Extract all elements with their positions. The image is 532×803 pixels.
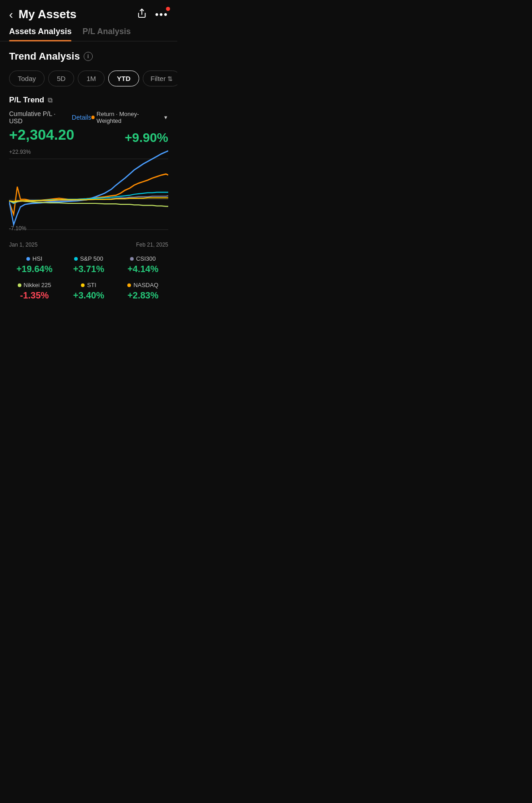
index-sti-name: STI: [63, 282, 114, 288]
index-sp500: S&P 500 +3.71%: [63, 255, 114, 274]
values-row: +2,304.20 +9.90%: [9, 126, 168, 145]
header-left: ‹ My Assets: [9, 7, 76, 21]
share-icon[interactable]: [137, 8, 147, 20]
pl-trend-label: P/L Trend: [9, 96, 44, 105]
tab-pl-analysis[interactable]: P/L Analysis: [82, 27, 130, 41]
orange-dot: [91, 116, 95, 119]
info-icon[interactable]: i: [84, 52, 93, 61]
trend-analysis-section: Trend Analysis i Today 5D 1M YTD Filter …: [0, 51, 177, 248]
chart-meta-left: Cumulative P/L · USD Details: [9, 110, 91, 125]
tabs-container: Assets Analysis P/L Analysis: [0, 27, 177, 41]
time-filters: Today 5D 1M YTD Filter ⇅: [9, 71, 168, 86]
filter-button[interactable]: Filter ⇅: [143, 71, 177, 86]
chart-x-labels: Jan 1, 2025 Feb 21, 2025: [9, 242, 168, 248]
trend-chart: [9, 149, 168, 240]
return-label: Return · Money-Weighted: [96, 111, 161, 124]
more-menu-container: •••: [155, 9, 168, 20]
indices-grid: HSI +19.64% S&P 500 +3.71% CSI300 +4.14%…: [0, 255, 177, 314]
hsi-dot: [26, 257, 30, 261]
header-right: •••: [137, 8, 168, 20]
return-percent-value: +9.90%: [125, 131, 168, 145]
index-csi300: CSI300 +4.14%: [118, 255, 168, 274]
index-hsi: HSI +19.64%: [9, 255, 60, 274]
csi300-dot: [130, 257, 134, 261]
index-nasdaq: NASDAQ +2.83%: [118, 282, 168, 301]
index-sti: STI +3.40%: [63, 282, 114, 301]
index-nikkei: Nikkei 225 -1.35%: [9, 282, 60, 301]
nikkei-dot: [18, 283, 21, 287]
pl-trend-header: P/L Trend ⧉: [9, 96, 168, 105]
index-csi300-name: CSI300: [118, 255, 168, 262]
index-sp500-name: S&P 500: [63, 255, 114, 262]
filter-1m[interactable]: 1M: [78, 71, 105, 86]
sp500-dot: [74, 257, 78, 261]
cumulative-pl-value: +2,304.20: [9, 126, 74, 143]
nikkei-value: -1.35%: [9, 290, 60, 301]
cumulative-label: Cumulative P/L · USD: [9, 110, 68, 125]
index-nasdaq-name: NASDAQ: [118, 282, 168, 288]
index-hsi-name: HSI: [9, 255, 60, 262]
header: ‹ My Assets •••: [0, 0, 177, 27]
filter-5d[interactable]: 5D: [48, 71, 74, 86]
trend-analysis-title: Trend Analysis i: [9, 51, 168, 62]
back-button[interactable]: ‹: [9, 9, 13, 20]
tab-assets-analysis[interactable]: Assets Analysis: [9, 27, 71, 41]
chart-x-start: Jan 1, 2025: [9, 242, 38, 248]
nasdaq-value: +2.83%: [118, 290, 168, 301]
chart-y-bottom-label: -7.10%: [9, 225, 26, 232]
sp500-value: +3.71%: [63, 264, 114, 274]
chart-meta-right: Return · Money-Weighted ▼: [91, 111, 168, 124]
filter-ytd[interactable]: YTD: [108, 71, 139, 86]
filter-icon: ⇅: [167, 75, 173, 82]
hsi-value: +19.64%: [9, 264, 60, 274]
csi300-value: +4.14%: [118, 264, 168, 274]
dropdown-arrow-icon[interactable]: ▼: [163, 115, 168, 120]
page-title: My Assets: [19, 7, 77, 21]
filter-today[interactable]: Today: [9, 71, 45, 86]
chart-y-top-label: +22.93%: [9, 149, 31, 155]
chart-x-end: Feb 21, 2025: [136, 242, 168, 248]
copy-icon[interactable]: ⧉: [48, 96, 53, 104]
details-link[interactable]: Details: [72, 114, 91, 121]
notification-dot: [166, 7, 170, 11]
index-nikkei-name: Nikkei 225: [9, 282, 60, 288]
nasdaq-dot: [127, 283, 131, 287]
chart-container: +22.93% -7.10%: [9, 149, 168, 240]
chart-meta: Cumulative P/L · USD Details Return · Mo…: [9, 110, 168, 125]
sti-value: +3.40%: [63, 290, 114, 301]
sti-dot: [81, 283, 85, 287]
